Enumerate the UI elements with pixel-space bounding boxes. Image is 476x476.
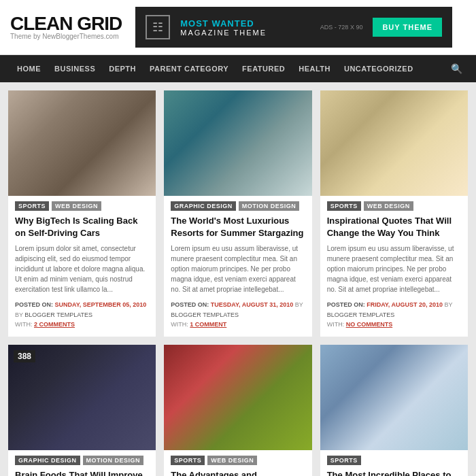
post-title: The World's Most Luxurious Resorts for S…: [171, 215, 305, 239]
post-image: [320, 90, 468, 196]
main-nav: HOME BUSINESS DEPTH PARENT CATEGORY FEAT…: [0, 55, 476, 82]
post-date: SUNDAY, SEPTEMBER 05, 2010: [55, 301, 147, 308]
post-card-3: SPORTSWEB DESIGN Inspirational Quotes Th…: [320, 90, 468, 337]
post-image: [8, 90, 156, 196]
nav-item-featured[interactable]: FEATURED: [235, 56, 292, 81]
post-image: [164, 345, 311, 450]
post-author: BLOGGER TEMPLATES: [327, 311, 395, 318]
post-tags: GRAPHIC DESIGNMOTION DESIGN: [15, 456, 149, 465]
post-card-5: SPORTSWEB DESIGN The Advantages and Disa…: [164, 345, 311, 476]
post-author: BLOGGER TEMPLATES: [171, 311, 239, 318]
ad-label: ADS - 728 X 90: [320, 24, 363, 31]
nav-items: HOME BUSINESS DEPTH PARENT CATEGORY FEAT…: [10, 56, 447, 81]
post-tags: SPORTSWEB DESIGN: [171, 456, 305, 465]
post-body: SPORTSWEB DESIGN Inspirational Quotes Th…: [320, 196, 468, 337]
post-image: [320, 345, 468, 450]
ad-banner: ☷ MOST WANTED MAGAZINE THEME ADS - 728 X…: [135, 7, 452, 48]
post-tag[interactable]: SPORTS: [327, 456, 361, 465]
post-title: Brain Foods That Will Improve Your Busin…: [15, 469, 149, 476]
logo-title: CLEAN GRID: [10, 14, 122, 33]
post-tag[interactable]: WEB DESIGN: [364, 201, 413, 211]
ad-magazine: MAGAZINE THEME: [180, 29, 310, 37]
post-excerpt: Lorem ipsum dolor sit amet, consectetur …: [15, 243, 149, 294]
post-tag[interactable]: GRAPHIC DESIGN: [15, 456, 80, 465]
ad-icon: ☷: [146, 15, 170, 39]
post-badge: 388: [14, 350, 35, 362]
post-meta: POSTED ON: TUESDAY, AUGUST 31, 2010 BY B…: [171, 300, 305, 329]
post-body: GRAPHIC DESIGNMOTION DESIGN The World's …: [164, 196, 311, 337]
posts-grid: SPORTSWEB DESIGN Why BigTech Is Scaling …: [8, 90, 468, 476]
post-tag[interactable]: SPORTS: [171, 456, 205, 465]
post-comments[interactable]: 2 COMMENTS: [34, 321, 75, 328]
post-meta: POSTED ON: FRIDAY, AUGUST 20, 2010 BY BL…: [327, 300, 461, 329]
post-author: BLOGGER TEMPLATES: [24, 311, 92, 318]
nav-item-home[interactable]: HOME: [10, 56, 48, 81]
nav-item-health[interactable]: HEALTH: [292, 56, 337, 81]
post-tags: SPORTSWEB DESIGN: [15, 201, 149, 211]
post-tag[interactable]: MOTION DESIGN: [83, 456, 144, 465]
post-title: Inspirational Quotes That Will Change th…: [327, 215, 461, 239]
post-excerpt: Lorem ipsum eu usu assum liberavisse, ut…: [171, 243, 305, 294]
post-tag[interactable]: GRAPHIC DESIGN: [171, 201, 236, 211]
post-meta: POSTED ON: SUNDAY, SEPTEMBER 05, 2010 BY…: [15, 300, 149, 329]
nav-item-depth[interactable]: DEPTH: [102, 56, 143, 81]
post-comments[interactable]: NO COMMENTS: [346, 321, 393, 328]
buy-theme-button[interactable]: BUY THEME: [373, 18, 442, 37]
main-content: SPORTSWEB DESIGN Why BigTech Is Scaling …: [0, 82, 476, 476]
post-image: 388: [8, 345, 156, 450]
post-body: SPORTSWEB DESIGN The Advantages and Disa…: [164, 450, 311, 476]
post-title: Why BigTech Is Scaling Back on Self-Driv…: [15, 215, 149, 239]
post-tags: SPORTS: [327, 456, 461, 465]
post-tag[interactable]: WEB DESIGN: [207, 456, 257, 465]
post-image: [164, 90, 311, 196]
post-title: The Advantages and Disadvantages of Work…: [171, 469, 305, 476]
post-body: SPORTS The Most Incredible Places to Vis…: [320, 450, 468, 476]
post-card-2: GRAPHIC DESIGNMOTION DESIGN The World's …: [164, 90, 311, 337]
ad-text: MOST WANTED MAGAZINE THEME: [180, 18, 310, 37]
post-card-1: SPORTSWEB DESIGN Why BigTech Is Scaling …: [8, 90, 156, 337]
post-card-4: 388 GRAPHIC DESIGNMOTION DESIGN Brain Fo…: [8, 345, 156, 476]
post-body: GRAPHIC DESIGNMOTION DESIGN Brain Foods …: [8, 450, 156, 476]
logo-subtitle: Theme by NewBloggerThemes.com: [10, 33, 122, 40]
nav-item-uncategorized[interactable]: UNCATEGORIZED: [337, 56, 420, 81]
post-body: SPORTSWEB DESIGN Why BigTech Is Scaling …: [8, 196, 156, 337]
post-tags: GRAPHIC DESIGNMOTION DESIGN: [171, 201, 305, 211]
post-date: FRIDAY, AUGUST 20, 2010: [367, 301, 443, 308]
post-tag[interactable]: MOTION DESIGN: [239, 201, 300, 211]
post-tag[interactable]: WEB DESIGN: [52, 201, 101, 211]
post-card-6: SPORTS The Most Incredible Places to Vis…: [320, 345, 468, 476]
post-tag[interactable]: SPORTS: [327, 201, 361, 211]
post-date: TUESDAY, AUGUST 31, 2010: [211, 301, 293, 308]
post-excerpt: Lorem ipsum eu usu assum liberavisse, ut…: [327, 243, 461, 294]
nav-item-business[interactable]: BUSINESS: [48, 56, 102, 81]
site-header: CLEAN GRID Theme by NewBloggerThemes.com…: [0, 0, 476, 55]
search-icon[interactable]: 🔍: [447, 55, 466, 82]
post-title: The Most Incredible Places to Visit in A…: [327, 469, 461, 476]
site-logo: CLEAN GRID Theme by NewBloggerThemes.com: [10, 14, 122, 40]
post-tag[interactable]: SPORTS: [15, 201, 49, 211]
ad-most-wanted: MOST WANTED: [180, 18, 310, 29]
post-comments[interactable]: 1 COMMENT: [190, 321, 226, 328]
nav-item-parent[interactable]: PARENT CATEGORY: [143, 56, 235, 81]
post-tags: SPORTSWEB DESIGN: [327, 201, 461, 211]
